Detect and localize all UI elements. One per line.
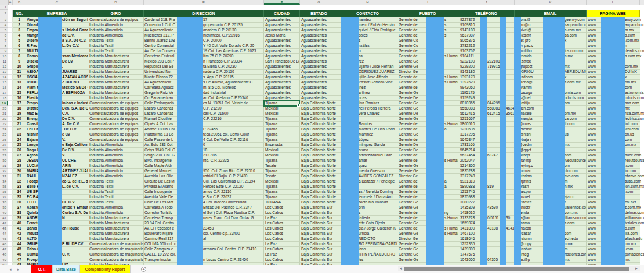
cell-direccion[interactable]: Manuel ClouthieC.P. 22216 <box>144 117 264 122</box>
cell-estado[interactable]: Aguascalientes <box>300 80 338 85</box>
row-number[interactable]: 16 <box>0 85 8 90</box>
row-number[interactable]: 39 <box>0 205 8 210</box>
cell-ciudad[interactable]: Ensenada <box>264 143 300 148</box>
cell-direccion[interactable]: Av Aguascalients De Alonso, Aguascalient… <box>144 80 264 85</box>
cell-ciudad[interactable]: Mexicali <box>264 111 300 117</box>
cell-giro[interactable]: Industria Manufacturera <box>88 231 144 236</box>
cell-giro[interactable]: Industria Manufacturera <box>88 85 144 90</box>
cell-estado[interactable]: Baja California Sur <box>300 242 338 247</box>
row-number[interactable]: 15 <box>0 80 8 85</box>
cell-direccion[interactable]: Comercio 1 Col. Cgropecuario C.P. 20135 <box>144 23 264 28</box>
cell-a[interactable] <box>8 54 13 59</box>
cell-no[interactable]: 35 <box>13 195 26 200</box>
tab-scroll-right-icon[interactable]: ▸ <box>17 267 20 272</box>
cell-ciudad[interactable]: TIJUANA <box>264 200 300 205</box>
cell-ciudad[interactable]: Tijuana <box>264 184 300 190</box>
cell-giro[interactable]: Comercializadora de equipos <box>88 137 144 143</box>
row-number[interactable]: 25 <box>0 132 8 137</box>
cell-ciudad[interactable]: Tijuana <box>264 137 300 143</box>
cell-no[interactable]: 23 <box>13 132 26 137</box>
column-letter[interactable]: D <box>88 0 144 5</box>
column-letter[interactable]: I <box>397 0 458 5</box>
cell-no[interactable]: 27 <box>13 153 26 158</box>
row-number[interactable]: 49 <box>0 257 8 263</box>
cell-ciudad[interactable]: Aguascalientes <box>264 49 300 54</box>
cell-ciudad[interactable]: Aguascalientes <box>264 23 300 28</box>
cell-direccion[interactable]: Lázaro Cárdenascali C.P. 21600 <box>144 111 264 117</box>
cell-giro[interactable]: Comercializadora de equipos <box>88 111 144 117</box>
column-letter[interactable]: H <box>338 0 397 5</box>
cell-no[interactable]: 8 <box>13 54 26 59</box>
tab-scroll-left-icon[interactable]: ◂ <box>9 267 12 272</box>
row-number[interactable]: 23 <box>0 122 8 127</box>
cell-a[interactable] <box>8 143 13 148</box>
cell-a[interactable] <box>8 148 13 153</box>
cell-direccion[interactable]: Calle Paseo de L4 Col. Del Valle C.P. 22… <box>144 137 264 143</box>
cell-direccion[interactable]: Privada El AlamoHéroes Este C.P. 22120 <box>144 184 264 190</box>
row-number[interactable]: 37 <box>0 195 8 200</box>
row-number[interactable]: 24 <box>0 127 8 132</box>
column-letter[interactable]: C <box>26 0 88 5</box>
cell-estado[interactable]: Aguascalientes <box>300 23 338 28</box>
row-number[interactable]: 20 <box>0 106 8 111</box>
cell-giro[interactable]: Comercializadora de maquinaria <box>88 257 144 263</box>
cell-estado[interactable]: Aguascalientes <box>300 59 338 64</box>
cell-a[interactable] <box>8 216 13 221</box>
cell-giro[interactable]: Industria Alimenticia <box>88 28 144 33</box>
cell-estado[interactable]: Baja California Sur <box>300 236 338 242</box>
cell-giro[interactable]: Industria Manufacturera <box>88 216 144 221</box>
row-number[interactable]: 28 <box>0 148 8 153</box>
row-number[interactable]: 42 <box>0 221 8 226</box>
cell-no[interactable]: 1 <box>13 17 26 23</box>
cell-no[interactable]: 21 <box>13 122 26 127</box>
column-letter[interactable]: E <box>144 0 264 5</box>
cell-direccion[interactable]: Ciprés 4 Col. Las <box>144 122 264 127</box>
cell-a[interactable] <box>8 28 13 33</box>
cell-ciudad[interactable]: Tijuana <box>264 122 300 127</box>
cell-giro[interactable]: Industria Manufacturera <box>88 90 144 96</box>
cell-direccion[interactable]: Benito Juárez 108C.P. 20000 <box>144 38 264 43</box>
cell-direccion[interactable]: Cetys 1549 Col. C18 <box>144 148 264 153</box>
row-number[interactable]: 9 <box>0 49 8 54</box>
row-number[interactable]: 43 <box>0 226 8 231</box>
header-cell-a[interactable] <box>8 10 13 17</box>
cell-giro[interactable]: Comercializadora de equipos <box>88 127 144 132</box>
cell-direccion[interactable]: Muebleros 212, Phichimeco, C.P.20916 <box>144 33 264 38</box>
cell-a[interactable] <box>8 190 13 195</box>
selected-cell-outline[interactable] <box>263 100 300 107</box>
cell-giro[interactable]: Industria Textil <box>88 190 144 195</box>
cell-ciudad[interactable]: Mexicali <box>264 106 300 111</box>
worksheet-grid[interactable]: NO. EMPRESA GIRO DIRECCIÓN CIUDAD ESTADO… <box>0 0 644 265</box>
cell-a[interactable] <box>8 231 13 236</box>
cell-a[interactable] <box>8 247 13 252</box>
header-no[interactable]: NO. <box>13 10 26 17</box>
cell-a[interactable] <box>8 242 13 247</box>
cell-no[interactable]: 39 <box>13 216 26 221</box>
scroll-left-icon[interactable]: ◄ <box>399 267 403 271</box>
cell-direccion[interactable]: Centro ComercialY 40 Col. Valle Dorado C… <box>144 43 264 49</box>
cell-no[interactable]: 33 <box>13 184 26 190</box>
header-telefono[interactable]: TELÉFONO <box>458 10 515 17</box>
cell-a[interactable] <box>8 80 13 85</box>
row-number[interactable]: 17 <box>0 90 8 96</box>
cell-a[interactable] <box>8 137 13 143</box>
cell-a[interactable] <box>8 23 13 28</box>
cell-no[interactable]: 47 <box>13 257 26 263</box>
cell-a[interactable] <box>8 236 13 242</box>
cell-a[interactable] <box>8 122 13 127</box>
cell-direccion[interactable]: Av. De La Conven19 Col. Las Americas C.P… <box>144 49 264 54</box>
cell-direccion[interactable]: Crr Panamericanan Col. Arellano C.P.2034… <box>144 96 264 101</box>
cell-estado[interactable]: Aguascalientes <box>300 17 338 23</box>
cell-estado[interactable]: Baja California Norte <box>300 132 338 137</box>
cell-no[interactable]: 16 <box>13 96 26 101</box>
cell-estado[interactable]: Baja California Sur <box>300 221 338 226</box>
cell-estado[interactable]: Baja California Sur <box>300 247 338 252</box>
cell-estado[interactable]: Baja California Sur <box>300 231 338 236</box>
cell-direccion[interactable]: Transpeninsularn Lucas Centro C.P. 23450 <box>144 257 264 263</box>
cell-giro[interactable]: Industria Textil <box>88 200 144 205</box>
cell-a[interactable] <box>8 163 13 169</box>
cell-direccion[interactable]: Corredor Turisticel Sol ) Col. Plaza Nau… <box>144 210 264 216</box>
cell-a[interactable] <box>8 111 13 117</box>
cell-ciudad[interactable]: Mexicali <box>264 148 300 153</box>
cell-a[interactable] <box>8 127 13 132</box>
